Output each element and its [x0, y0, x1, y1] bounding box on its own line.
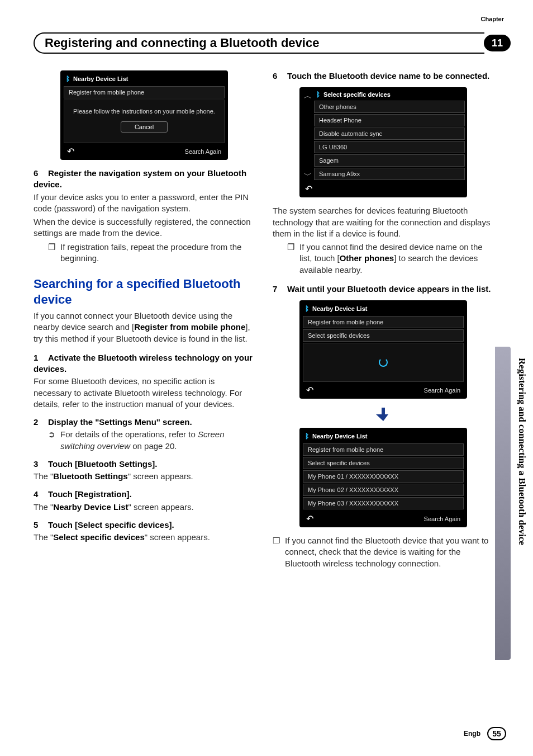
screenshot-found-devices: ᛒNearby Device List Register from mobile… — [299, 428, 467, 527]
step6-head: 6Register the navigation system on your … — [34, 168, 255, 191]
right-bullet: ❐If you cannot find the desired device n… — [287, 242, 494, 276]
header-row: Registering and connecting a Bluetooth d… — [34, 32, 511, 54]
scroll-down-icon[interactable]: ﹀ — [304, 171, 312, 179]
left-column: ᛒNearby Device List Register from mobile… — [34, 70, 255, 571]
search-again-button[interactable]: Search Again — [185, 148, 221, 155]
ss3-title: Nearby Device List — [312, 305, 367, 312]
bluetooth-icon: ᛒ — [316, 91, 320, 98]
screenshot-register-prompt: ᛒNearby Device List Register from mobile… — [60, 70, 228, 160]
ss4-row2[interactable]: Select specific devices — [303, 457, 464, 469]
step7-head: 7Wait until your Bluetooth device appear… — [273, 284, 494, 295]
back-icon[interactable]: ↶ — [67, 146, 74, 157]
step6b-head: 6Touch the Bluetooth device name to be c… — [273, 70, 494, 82]
step6-bullet: ❐If registration fails, repeat the proce… — [48, 242, 255, 264]
bluetooth-icon: ᛒ — [305, 305, 309, 313]
ss1-title: Nearby Device List — [73, 75, 128, 82]
step5-p: The "Select specific devices" screen app… — [34, 532, 255, 543]
step5-head: 5Touch [Select specific devices]. — [34, 519, 255, 531]
note-icon: ❐ — [273, 535, 285, 569]
device-item[interactable]: Headset Phone — [314, 114, 465, 126]
section-title-searching: Searching for a specified Bluetooth devi… — [34, 276, 255, 307]
step2-head: 2Display the "Settings Menu" screen. — [34, 417, 255, 428]
chapter-label: Chapter — [480, 16, 504, 22]
arrow-down-icon — [375, 407, 391, 422]
right-last-bullet: ❐If you cannot find the Bluetooth device… — [273, 535, 494, 569]
step6-p2: When the device is successfully register… — [34, 216, 255, 239]
step2-ref: ➲For details of the operations, refer to… — [48, 429, 255, 452]
back-icon[interactable]: ↶ — [305, 183, 312, 194]
chapter-number-pill: 11 — [484, 35, 511, 51]
step6-p1: If your device asks you to enter a passw… — [34, 192, 255, 215]
side-tab-text: Registering and connecting a Bluetooth d… — [516, 358, 527, 545]
ss1-message: Please follow the instructions on your m… — [64, 100, 225, 143]
page-number: 55 — [487, 727, 506, 740]
right-para: The system searches for devices featurin… — [273, 205, 494, 239]
scroll-up-icon[interactable]: ︿ — [304, 92, 312, 100]
ss4-row1[interactable]: Register from mobile phone — [303, 443, 464, 456]
page-footer: Engb 55 — [464, 727, 506, 740]
back-icon[interactable]: ↶ — [306, 513, 313, 524]
link-icon: ➲ — [48, 429, 60, 452]
right-column: 6Touch the Bluetooth device name to be c… — [273, 70, 511, 571]
search-again-button[interactable]: Search Again — [424, 387, 460, 394]
back-icon[interactable]: ↶ — [306, 385, 313, 395]
intro-para: If you cannot connect your Bluetooth dev… — [34, 310, 255, 344]
header-title: Registering and connecting a Bluetooth d… — [45, 36, 319, 50]
device-item[interactable]: LG U8360 — [314, 141, 465, 153]
device-item[interactable]: My Phone 01 / XXXXXXXXXXXX — [303, 470, 464, 483]
device-item[interactable]: My Phone 02 / XXXXXXXXXXXX — [303, 484, 464, 496]
step4-p: The "Nearby Device List" screen appears. — [34, 502, 255, 513]
ss3-row1[interactable]: Register from mobile phone — [303, 316, 464, 328]
bluetooth-icon: ᛒ — [66, 75, 70, 83]
step3-head: 3Touch [Bluetooth Settings]. — [34, 459, 255, 470]
search-again-button[interactable]: Search Again — [424, 516, 460, 522]
screenshot-device-list: ︿ ﹀ ᛒSelect specific devices Other phone… — [299, 87, 467, 197]
step3-p: The "Bluetooth Settings" screen appears. — [34, 471, 255, 482]
loading-box — [303, 343, 464, 382]
header-band: Registering and connecting a Bluetooth d… — [34, 32, 484, 54]
device-item[interactable]: My Phone 03 / XXXXXXXXXXXX — [303, 497, 464, 509]
step1-head: 1Activate the Bluetooth wireless technol… — [34, 352, 255, 375]
device-item[interactable]: Disable automatic sync — [314, 127, 465, 140]
lang-label: Engb — [464, 730, 480, 738]
flow-arrow — [273, 407, 494, 422]
bluetooth-icon: ᛒ — [305, 432, 309, 440]
ss4-title: Nearby Device List — [312, 433, 367, 440]
side-tab-bg — [495, 347, 511, 660]
ss3-row2[interactable]: Select specific devices — [303, 329, 464, 342]
ss1-cancel-button[interactable]: Cancel — [121, 121, 168, 133]
step1-p: For some Bluetooth devices, no specific … — [34, 376, 255, 410]
ss1-message-text: Please follow the instructions on your m… — [69, 108, 220, 115]
note-icon: ❐ — [48, 242, 60, 264]
device-item[interactable]: Samsung A9xx — [314, 168, 465, 180]
note-icon: ❐ — [287, 242, 299, 276]
ss1-row[interactable]: Register from mobile phone — [64, 86, 225, 98]
screenshot-searching: ᛒNearby Device List Register from mobile… — [299, 300, 467, 399]
device-item[interactable]: Sagem — [314, 154, 465, 167]
ss2-title: Select specific devices — [323, 91, 391, 98]
device-item[interactable]: Other phones — [314, 101, 465, 113]
spinner-icon — [379, 358, 388, 367]
step4-head: 4Touch [Registration]. — [34, 489, 255, 500]
